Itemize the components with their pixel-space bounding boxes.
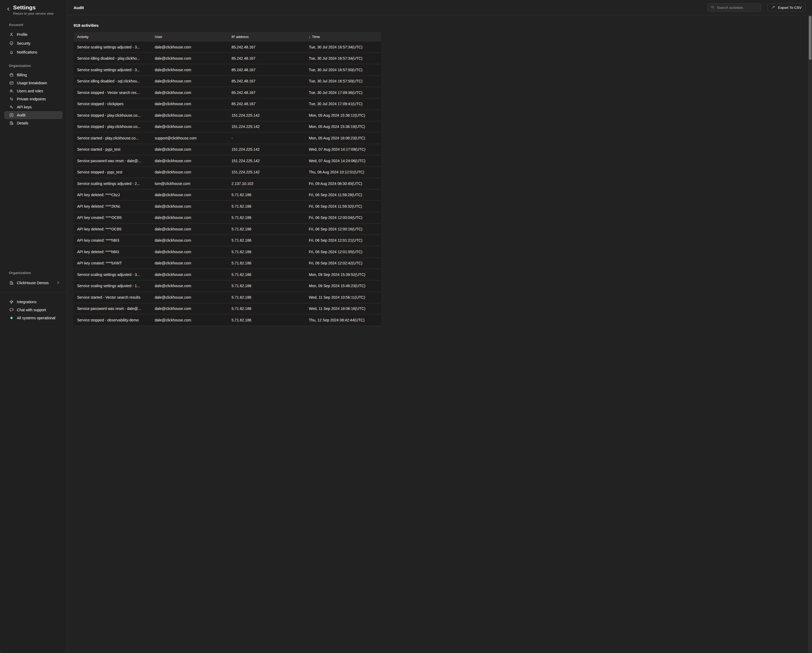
sidebar-item-audit[interactable]: Audit [4, 111, 63, 119]
table-row[interactable]: Service idling disabled - play.clickho..… [73, 53, 382, 64]
section-label-organization-switcher: Organization [9, 271, 63, 275]
activity-cell: API key created: ****OCB5 [73, 215, 151, 220]
table-row[interactable]: Service started - pypi_test dale@clickho… [73, 144, 382, 156]
table-row[interactable]: Service stopped - pypi_test dale@clickho… [73, 167, 382, 178]
table-row[interactable]: API key created: ****OCB5 dale@clickhous… [73, 212, 382, 224]
activity-cell: Service scaling settings adjusted - 3... [73, 45, 151, 49]
table-row[interactable]: API key created: ****hBI3 dale@clickhous… [73, 235, 382, 247]
column-header-activity[interactable]: Activity [73, 35, 151, 39]
time-cell: Fri, 09 Aug 2024 08:30:45(UTC) [305, 182, 382, 186]
org-switcher-clickhouse-demos[interactable]: ClickHouse Demos [4, 279, 63, 287]
activity-cell: Service idling disabled - sql.clickhou..… [73, 79, 151, 83]
table-row[interactable]: Service idling disabled - sql.clickhou..… [73, 76, 382, 87]
table-row[interactable]: API key deleted: ****2KNc dale@clickhous… [73, 201, 382, 212]
sidebar-item-api-keys[interactable]: API keys [4, 103, 63, 111]
audit-table-body: Service scaling settings adjusted - 3...… [73, 41, 382, 326]
table-row[interactable]: Service started - play.clickhouse.co... … [73, 133, 382, 144]
table-row[interactable]: Service password was reset - dale@... da… [73, 303, 382, 315]
bell-icon [9, 50, 14, 55]
ip-address-cell: 5.71.62.186 [228, 204, 305, 209]
sidebar-item-details[interactable]: Details [4, 119, 63, 127]
chat-bubble-icon [9, 308, 14, 312]
activity-cell: Service stopped - play.clickhouse.co... [73, 113, 151, 117]
user-cell: dale@clickhouse.com [151, 124, 228, 129]
sidebar-item-profile[interactable]: Profile [4, 30, 63, 39]
column-header-user[interactable]: User [151, 35, 228, 39]
time-cell: Thu, 12 Sep 2024 08:42:44(UTC) [305, 318, 382, 322]
activity-cell: Service scaling settings adjusted - 1... [73, 284, 151, 288]
shield-check-icon [9, 41, 14, 46]
column-header-ip-address[interactable]: IP address [228, 35, 305, 39]
table-row[interactable]: Service scaling settings adjusted - 1...… [73, 281, 382, 292]
sidebar-item-chat-with-support[interactable]: Chat with support [4, 306, 63, 314]
activities-count: 918 activities [73, 23, 406, 28]
sidebar-item-integrations[interactable]: Integrations [4, 298, 63, 306]
table-row[interactable]: API key created: ****bXWT dale@clickhous… [73, 258, 382, 269]
user-cell: dale@clickhouse.com [151, 159, 228, 163]
activity-cell: API key created: ****hBI3 [73, 238, 151, 243]
sidebar-item-security[interactable]: Security [4, 39, 63, 47]
time-cell: Fri, 06 Sep 2024 12:02:42(UTC) [305, 261, 382, 265]
user-cell: dale@clickhouse.com [151, 170, 228, 174]
user-cell: dale@clickhouse.com [151, 215, 228, 220]
table-row[interactable]: Service stopped - Vector search res... d… [73, 87, 382, 99]
back-button[interactable] [6, 7, 11, 12]
time-cell: Mon, 05 Aug 2024 16:08:23(UTC) [305, 136, 382, 140]
sidebar-item-label: Billing [17, 73, 27, 77]
time-cell: Tue, 30 Jul 2024 16:57:50(UTC) [305, 79, 382, 83]
table-row[interactable]: API key deleted: ****CbzJ dale@clickhous… [73, 189, 382, 201]
sidebar-item-private-endpoints[interactable]: Private endpoints [4, 95, 63, 103]
user-cell: dale@clickhouse.com [151, 227, 228, 231]
ip-address-cell: - [228, 136, 305, 140]
column-header-time[interactable]: ↓ Time [305, 35, 382, 39]
user-cell: dale@clickhouse.com [151, 147, 228, 151]
user-cell: dale@clickhouse.com [151, 250, 228, 254]
activity-cell: Service stopped - observability-demo [73, 318, 151, 322]
user-cell: dale@clickhouse.com [151, 204, 228, 209]
activity-cell: Service scaling settings adjusted - 3... [73, 272, 151, 277]
sidebar-item-label: Audit [17, 113, 26, 117]
table-row[interactable]: Service started - Vector search results … [73, 292, 382, 303]
sidebar-item-label: Users and roles [17, 89, 43, 93]
time-cell: Fri, 06 Sep 2024 12:01:21(UTC) [305, 238, 382, 243]
table-row[interactable]: Service password was reset - dale@... da… [73, 155, 382, 167]
user-cell: dale@clickhouse.com [151, 307, 228, 311]
activity-cell: Service stopped - Vector search res... [73, 90, 151, 95]
table-row[interactable]: Service stopped - observability-demo dal… [73, 314, 382, 326]
table-row[interactable]: Service stopped - play.clickhouse.co... … [73, 121, 382, 133]
ip-address-cell: 5.71.62.186 [228, 272, 305, 277]
table-row[interactable]: Service scaling settings adjusted - 2...… [73, 178, 382, 189]
page-title: Audit [73, 5, 84, 10]
table-row[interactable]: Service scaling settings adjusted - 3...… [73, 41, 382, 53]
activity-cell: Service scaling settings adjusted - 3... [73, 68, 151, 72]
ip-address-cell: 5.71.62.186 [228, 250, 305, 254]
sidebar-header: Settings Return to your service view [0, 0, 67, 15]
sidebar-item-usage-breakdown[interactable]: Usage breakdown [4, 79, 63, 87]
ip-address-cell: 85.242.48.167 [228, 45, 305, 49]
table-row[interactable]: Service scaling settings adjusted - 3...… [73, 64, 382, 76]
activity-cell: API key deleted: ****hBI3 [73, 250, 151, 254]
table-row[interactable]: API key deleted: ****OCB5 dale@clickhous… [73, 223, 382, 235]
table-row[interactable]: Service stopped - clickpipes dale@clickh… [73, 99, 382, 110]
ip-address-cell: 85.242.48.167 [228, 90, 305, 95]
sidebar-item-billing[interactable]: Billing [4, 71, 63, 79]
sidebar-bottom: Organization ClickHouse Demos Integratio… [0, 271, 67, 322]
sidebar-item-users-and-roles[interactable]: Users and roles [4, 87, 63, 95]
main-area: Audit Export To CSV 918 activities [67, 0, 406, 326]
ip-address-cell: 151.224.225.142 [228, 147, 305, 151]
status-dot-icon [9, 316, 14, 320]
activity-cell: Service idling disabled - play.clickho..… [73, 56, 151, 61]
user-icon [9, 32, 14, 37]
sidebar-item-notifications[interactable]: Notifications [4, 47, 63, 56]
table-row[interactable]: Service scaling settings adjusted - 3...… [73, 269, 382, 281]
user-cell: dale@clickhouse.com [151, 193, 228, 197]
table-row[interactable]: Service stopped - play.clickhouse.co... … [73, 110, 382, 121]
activity-cell: API key deleted: ****2KNc [73, 204, 151, 209]
content: 918 activities Activity User IP address … [67, 23, 406, 326]
time-cell: Fri, 06 Sep 2024 11:59:28(UTC) [305, 193, 382, 197]
system-status-item[interactable]: All systems operational [4, 314, 63, 322]
table-row[interactable]: API key deleted: ****hBI3 dale@clickhous… [73, 246, 382, 258]
time-cell: Mon, 09 Sep 2024 15:46:23(UTC) [305, 284, 382, 288]
ip-address-cell: 151.224.225.142 [228, 159, 305, 163]
chevron-right-icon [56, 281, 60, 285]
